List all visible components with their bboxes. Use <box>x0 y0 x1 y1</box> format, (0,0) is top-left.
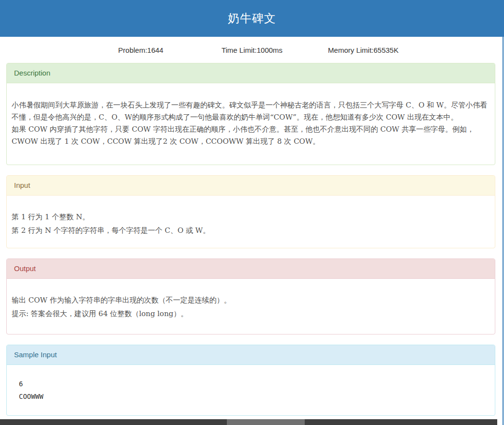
sample-input-panel: Sample Input 6 COOWWW <box>6 345 495 416</box>
description-body: 小伟暑假期间到大草原旅游，在一块石头上发现了一些有趣的碑文。碑文似乎是一个神秘古… <box>7 83 495 165</box>
problem-id: Problem:1644 <box>85 46 196 54</box>
page-title: 奶牛碑文 <box>228 11 276 26</box>
description-paragraph: 如果 COW 内穿插了其他字符，只要 COW 字符出现在正确的顺序，小伟也不介意… <box>12 123 488 148</box>
output-heading: Output <box>7 259 495 279</box>
horizontal-scrollbar-thumb[interactable] <box>227 419 305 425</box>
horizontal-scrollbar[interactable] <box>0 419 497 425</box>
output-body: 输出 COW 作为输入字符串的字串出现的次数（不一定是连续的）。 提示: 答案会… <box>7 279 495 334</box>
problem-meta-row: Problem:1644 Time Limit:1000ms Memory Li… <box>0 37 504 63</box>
input-line: 第 2 行为 N 个字符的字符串，每个字符是一个 C、O 或 W。 <box>12 224 488 237</box>
description-paragraph: 小伟暑假期间到大草原旅游，在一块石头上发现了一些有趣的碑文。碑文似乎是一个神秘古… <box>12 99 488 123</box>
input-line: 第 1 行为 1 个整数 N。 <box>12 210 488 224</box>
input-heading: Input <box>7 176 495 196</box>
page-header: 奶牛碑文 <box>0 0 504 37</box>
problem-content: Description 小伟暑假期间到大草原旅游，在一块石头上发现了一些有趣的碑… <box>0 63 504 416</box>
input-body: 第 1 行为 1 个整数 N。 第 2 行为 N 个字符的字符串，每个字符是一个… <box>7 196 495 248</box>
description-panel: Description 小伟暑假期间到大草原旅游，在一块石头上发现了一些有趣的碑… <box>6 63 495 165</box>
time-limit: Time Limit:1000ms <box>196 46 308 54</box>
memory-limit: Memory Limit:65535K <box>308 46 419 54</box>
sample-input-text: 6 COOWWW <box>13 378 488 403</box>
sample-input-heading: Sample Input <box>7 345 495 365</box>
output-line: 输出 COW 作为输入字符串的字串出现的次数（不一定是连续的）。 <box>12 293 488 307</box>
output-line: 提示: 答案会很大，建议用 64 位整数（long long）。 <box>12 307 488 320</box>
sample-input-body: 6 COOWWW <box>7 365 495 415</box>
problem-page: { "page": { "title": "奶牛碑文", "meta": { "… <box>0 0 504 425</box>
description-heading: Description <box>7 63 495 83</box>
output-panel: Output 输出 COW 作为输入字符串的字串出现的次数（不一定是连续的）。 … <box>6 258 495 334</box>
input-panel: Input 第 1 行为 1 个整数 N。 第 2 行为 N 个字符的字符串，每… <box>6 175 495 248</box>
window-right-border <box>503 37 504 425</box>
